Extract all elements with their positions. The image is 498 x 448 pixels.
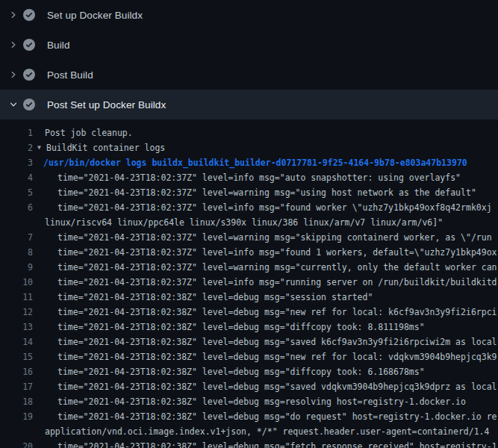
chevron-right-icon: [10, 41, 17, 49]
step-label: Set up Docker Buildx: [47, 10, 143, 21]
log-line: 20 time="2021-04-23T18:02:38Z" level=deb…: [0, 439, 498, 448]
line-number[interactable]: 14: [0, 335, 33, 349]
success-check-icon: [23, 69, 35, 81]
log-text: time="2021-04-23T18:02:38Z" level=debug …: [57, 290, 373, 305]
log-text: time="2021-04-23T18:02:38Z" level=debug …: [57, 409, 497, 424]
log-text[interactable]: BuildKit container logs: [46, 140, 165, 155]
log-text: time="2021-04-23T18:02:38Z" level=debug …: [57, 320, 425, 335]
log-line: 15 time="2021-04-23T18:02:38Z" level=deb…: [0, 349, 498, 364]
log-text: time="2021-04-23T18:02:38Z" level=debug …: [57, 305, 497, 320]
line-number[interactable]: 11: [0, 290, 33, 305]
log-line: 19 time="2021-04-23T18:02:38Z" level=deb…: [0, 409, 498, 424]
step-label: Build: [47, 40, 70, 51]
step-header-build[interactable]: Build: [0, 30, 498, 60]
line-number[interactable]: 5: [0, 185, 33, 200]
line-number[interactable]: 13: [0, 320, 33, 335]
log-text: time="2021-04-23T18:02:37Z" level=info m…: [57, 170, 461, 185]
log-line: linux/riscv64 linux/ppc64le linux/s390x …: [0, 215, 498, 230]
log-text: time="2021-04-23T18:02:38Z" level=debug …: [57, 439, 497, 448]
line-number[interactable]: 10: [0, 275, 33, 290]
log-line: 9 time="2021-04-23T18:02:37Z" level=warn…: [0, 260, 498, 275]
log-line: 1 Post job cleanup.: [0, 125, 498, 140]
log-line: 12 time="2021-04-23T18:02:38Z" level=deb…: [0, 305, 498, 320]
log-text: application/vnd.oci.image.index.v1+json,…: [45, 424, 489, 439]
log-line: 3 /usr/bin/docker logs buildx_buildkit_b…: [0, 155, 498, 170]
line-number[interactable]: [0, 215, 33, 230]
log-text: time="2021-04-23T18:02:37Z" level=warnin…: [57, 185, 476, 200]
line-number[interactable]: 2: [0, 140, 33, 155]
step-log-output: 1 Post job cleanup. 2 ▼ BuildKit contain…: [0, 119, 498, 448]
line-number[interactable]: 12: [0, 305, 33, 320]
step-list: Set up Docker Buildx Build Post Build: [0, 0, 498, 119]
line-number[interactable]: 15: [0, 349, 33, 364]
log-text: linux/riscv64 linux/ppc64le linux/s390x …: [45, 215, 443, 230]
step-label: Post Build: [47, 69, 93, 81]
line-number[interactable]: 20: [0, 439, 33, 448]
log-line: 11 time="2021-04-23T18:02:38Z" level=deb…: [0, 290, 498, 305]
log-line: 7 time="2021-04-23T18:02:37Z" level=warn…: [0, 230, 498, 245]
line-number[interactable]: 18: [0, 394, 33, 409]
chevron-right-icon: [10, 71, 17, 78]
log-text: time="2021-04-23T18:02:38Z" level=debug …: [57, 394, 466, 409]
line-number[interactable]: 4: [0, 170, 33, 185]
chevron-down-icon: [10, 101, 17, 108]
log-text: time="2021-04-23T18:02:37Z" level=info m…: [57, 245, 497, 260]
line-number[interactable]: 7: [0, 230, 33, 245]
success-check-icon: [23, 9, 35, 21]
line-number[interactable]: 1: [0, 125, 33, 140]
log-line: 13 time="2021-04-23T18:02:38Z" level=deb…: [0, 320, 498, 335]
log-line: 6 time="2021-04-23T18:02:37Z" level=info…: [0, 200, 498, 215]
log-text: Post job cleanup.: [45, 125, 133, 140]
log-text: time="2021-04-23T18:02:37Z" level=info m…: [57, 275, 497, 290]
log-line: 16 time="2021-04-23T18:02:38Z" level=deb…: [0, 364, 498, 379]
line-number[interactable]: 19: [0, 409, 33, 424]
step-label: Post Set up Docker Buildx: [47, 99, 166, 111]
log-text: time="2021-04-23T18:02:37Z" level=warnin…: [57, 260, 497, 275]
line-number[interactable]: 3: [0, 155, 33, 170]
workflow-log-panel: Set up Docker Buildx Build Post Build: [0, 0, 498, 448]
log-text: /usr/bin/docker logs buildx_buildkit_bui…: [43, 155, 467, 170]
line-number[interactable]: 6: [0, 200, 33, 215]
line-number[interactable]: 8: [0, 245, 33, 260]
log-text: time="2021-04-23T18:02:38Z" level=debug …: [57, 349, 497, 364]
chevron-right-icon: [10, 11, 17, 19]
log-line: 2 ▼ BuildKit container logs: [0, 140, 498, 155]
log-line: 10 time="2021-04-23T18:02:37Z" level=inf…: [0, 275, 498, 290]
log-line: 14 time="2021-04-23T18:02:38Z" level=deb…: [0, 335, 498, 349]
log-text: time="2021-04-23T18:02:38Z" level=debug …: [57, 364, 425, 379]
log-text: time="2021-04-23T18:02:37Z" level=info m…: [57, 200, 492, 215]
log-line: 4 time="2021-04-23T18:02:37Z" level=info…: [0, 170, 498, 185]
log-text: time="2021-04-23T18:02:37Z" level=warnin…: [57, 230, 492, 245]
step-header-post-set-up-docker-buildx[interactable]: Post Set up Docker Buildx: [0, 90, 498, 119]
log-text: time="2021-04-23T18:02:38Z" level=debug …: [57, 379, 498, 394]
step-header-post-build[interactable]: Post Build: [0, 60, 498, 90]
log-line: application/vnd.oci.image.index.v1+json,…: [0, 424, 498, 439]
success-check-icon: [23, 39, 35, 51]
log-line: 8 time="2021-04-23T18:02:37Z" level=info…: [0, 245, 498, 260]
line-number[interactable]: 16: [0, 364, 33, 379]
group-expanded-icon: ▼: [37, 140, 46, 155]
line-number[interactable]: [0, 424, 33, 439]
line-number[interactable]: 9: [0, 260, 33, 275]
log-line: 18 time="2021-04-23T18:02:38Z" level=deb…: [0, 394, 498, 409]
log-text: time="2021-04-23T18:02:38Z" level=debug …: [57, 335, 498, 349]
success-check-icon: [23, 99, 35, 111]
log-line: 17 time="2021-04-23T18:02:38Z" level=deb…: [0, 379, 498, 394]
line-number[interactable]: 17: [0, 379, 33, 394]
step-header-set-up-docker-buildx[interactable]: Set up Docker Buildx: [0, 0, 498, 30]
log-line: 5 time="2021-04-23T18:02:37Z" level=warn…: [0, 185, 498, 200]
